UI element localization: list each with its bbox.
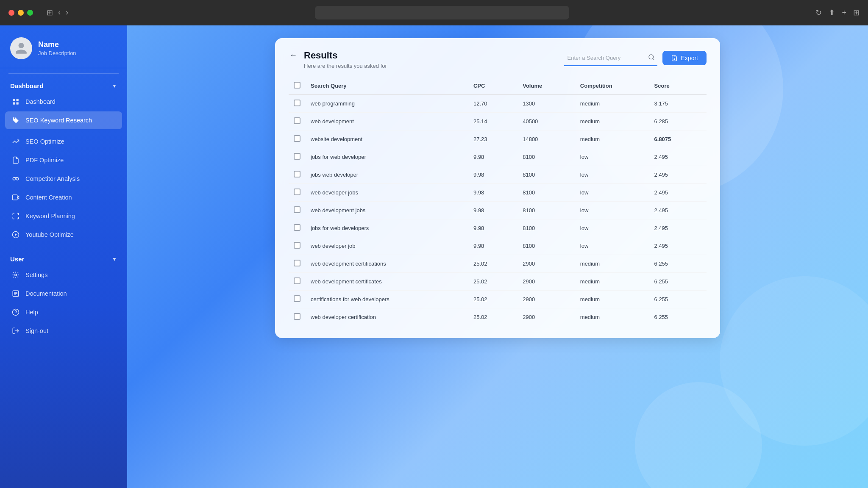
sidebar-item-dashboard-label: Dashboard: [25, 98, 56, 105]
results-header: ← Results Here are the results you asked…: [289, 50, 707, 69]
row-checkbox[interactable]: [294, 171, 300, 177]
row-cpc: 25.02: [468, 308, 517, 326]
row-cpc: 12.70: [468, 94, 517, 113]
row-competition: low: [575, 219, 649, 237]
sidebar-item-settings[interactable]: Settings: [5, 266, 122, 284]
sidebar-toggle-icon[interactable]: ⊞: [47, 8, 53, 17]
row-checkbox[interactable]: [294, 242, 300, 249]
row-competition: medium: [575, 130, 649, 148]
row-query: jobs for web developer: [306, 148, 468, 166]
sidebar-item-sign-out[interactable]: Sign-out: [5, 322, 122, 340]
address-bar[interactable]: [315, 6, 569, 19]
trend-icon: [11, 137, 20, 146]
export-button[interactable]: Export: [662, 51, 707, 65]
video-icon: [11, 193, 20, 202]
row-checkbox[interactable]: [294, 277, 300, 284]
minimize-button[interactable]: [18, 10, 24, 16]
svg-rect-2: [13, 103, 15, 105]
search-input[interactable]: [564, 50, 657, 66]
export-label: Export: [681, 55, 698, 61]
sidebar-item-keyword-planning-label: Keyword Planning: [25, 213, 75, 219]
grid-view-icon[interactable]: ⊞: [853, 8, 860, 17]
add-tab-icon[interactable]: +: [842, 8, 846, 17]
sidebar-item-pdf-optimize-label: PDF Optimize: [25, 157, 64, 164]
back-icon[interactable]: ‹: [58, 8, 61, 17]
row-checkbox-cell: [289, 148, 306, 166]
row-checkbox-cell: [289, 113, 306, 130]
row-query: web programming: [306, 94, 468, 113]
row-score: 6.285: [649, 113, 707, 130]
row-volume: 1300: [517, 94, 575, 113]
row-checkbox[interactable]: [294, 153, 300, 160]
sidebar-item-keyword-planning[interactable]: Keyword Planning: [5, 207, 122, 225]
user-avatar-icon: [14, 42, 28, 55]
row-query: website development: [306, 130, 468, 148]
row-checkbox[interactable]: [294, 224, 300, 231]
sidebar-item-seo-optimize[interactable]: SEO Optimize: [5, 133, 122, 150]
row-checkbox[interactable]: [294, 260, 300, 266]
row-checkbox[interactable]: [294, 117, 300, 124]
row-checkbox-cell: [289, 273, 306, 291]
sidebar-item-help-label: Help: [25, 309, 38, 316]
row-cpc: 9.98: [468, 219, 517, 237]
share-icon[interactable]: ⬆: [829, 8, 835, 17]
nav-controls: ⊞ ‹ ›: [47, 8, 68, 17]
tools-nav-items: SEO Optimize PDF Optimize: [0, 133, 127, 244]
user-section-header[interactable]: User ▼: [0, 252, 127, 266]
results-title: Results: [304, 50, 387, 61]
refresh-icon[interactable]: ↻: [815, 8, 822, 17]
select-all-checkbox[interactable]: [294, 82, 300, 89]
user-chevron-icon: ▼: [112, 256, 117, 262]
row-competition: medium: [575, 113, 649, 130]
close-button[interactable]: [8, 10, 14, 16]
row-checkbox[interactable]: [294, 313, 300, 320]
row-competition: low: [575, 148, 649, 166]
main-layout: Name Job Description Dashboard ▼ Dashboa…: [0, 25, 868, 488]
sidebar-item-help[interactable]: Help: [5, 303, 122, 321]
forward-icon[interactable]: ›: [66, 8, 68, 17]
signout-icon: [11, 326, 20, 336]
table-header-row: Search Query CPC Volume Competition Scor: [289, 78, 707, 94]
row-volume: 8100: [517, 184, 575, 202]
results-subtitle: Here are the results you asked for: [304, 63, 387, 69]
row-checkbox-cell: [289, 291, 306, 308]
row-checkbox[interactable]: [294, 100, 300, 106]
table-row: jobs web developer 9.98 8100 low 2.495: [289, 166, 707, 184]
row-score: 6.255: [649, 291, 707, 308]
sidebar-item-seo-keyword[interactable]: SEO Keyword Research: [5, 111, 122, 129]
row-query: web developer certification: [306, 308, 468, 326]
row-checkbox-cell: [289, 184, 306, 202]
user-section-label: User: [10, 255, 24, 263]
row-score: 2.495: [649, 166, 707, 184]
dashboard-section-header[interactable]: Dashboard ▼: [0, 79, 127, 93]
sidebar: Name Job Description Dashboard ▼ Dashboa…: [0, 25, 127, 488]
row-checkbox-cell: [289, 308, 306, 326]
sidebar-item-documentation[interactable]: Documentation: [5, 285, 122, 302]
col-header-competition: Competition: [575, 78, 649, 94]
sidebar-item-content-creation[interactable]: Content Creation: [5, 189, 122, 206]
help-icon: [11, 308, 20, 317]
table-row: web developer jobs 9.98 8100 low 2.495: [289, 184, 707, 202]
back-button[interactable]: ←: [289, 50, 298, 61]
row-competition: low: [575, 166, 649, 184]
row-checkbox[interactable]: [294, 206, 300, 213]
row-checkbox[interactable]: [294, 135, 300, 142]
col-header-query: Search Query: [306, 78, 468, 94]
titlebar-center: [75, 6, 809, 19]
sidebar-item-pdf-optimize[interactable]: PDF Optimize: [5, 151, 122, 169]
sidebar-divider: [8, 73, 119, 74]
sidebar-item-youtube-optimize-label: Youtube Optimize: [25, 231, 74, 238]
row-checkbox[interactable]: [294, 189, 300, 195]
sidebar-item-competitor-analysis[interactable]: Competitor Analysis: [5, 170, 122, 188]
sidebar-item-youtube-optimize[interactable]: Youtube Optimize: [5, 226, 122, 244]
row-competition: low: [575, 184, 649, 202]
search-button[interactable]: [648, 54, 655, 62]
sidebar-item-competitor-analysis-label: Competitor Analysis: [25, 175, 80, 182]
results-actions: Export: [564, 50, 707, 66]
row-checkbox[interactable]: [294, 295, 300, 302]
sidebar-item-dashboard[interactable]: Dashboard: [5, 93, 122, 111]
table-row: jobs for web developers 9.98 8100 low 2.…: [289, 219, 707, 237]
maximize-button[interactable]: [27, 10, 33, 16]
svg-line-20: [653, 58, 654, 60]
row-checkbox-cell: [289, 166, 306, 184]
